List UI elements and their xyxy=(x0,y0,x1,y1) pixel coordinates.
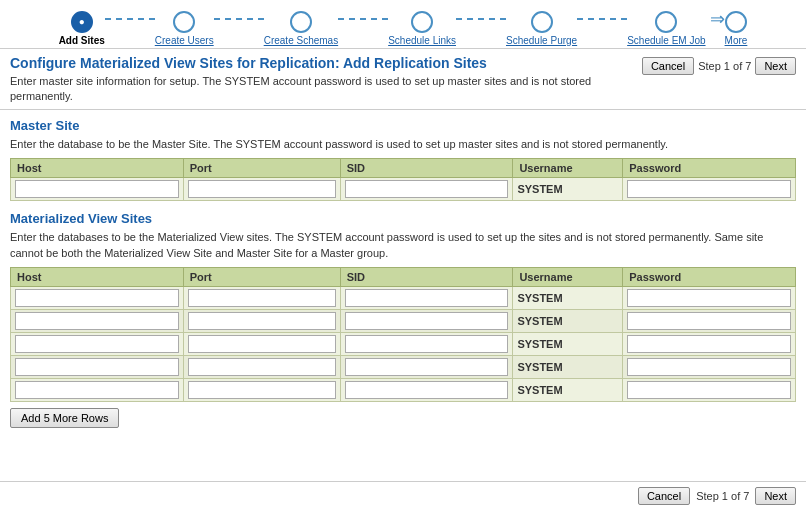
master-site-col-password: Password xyxy=(623,159,796,178)
wizard-step-schedule-purge[interactable]: Schedule Purge xyxy=(506,11,577,46)
wizard-connector-3 xyxy=(338,18,388,20)
mv-password-input-1[interactable] xyxy=(627,289,791,307)
master-site-desc: Enter the database to be the Master Site… xyxy=(10,137,796,152)
header-cancel-button[interactable]: Cancel xyxy=(642,57,694,75)
mv-sites-col-host: Host xyxy=(11,267,184,286)
step-label-schedule-links: Schedule Links xyxy=(388,35,456,46)
footer-cancel-button[interactable]: Cancel xyxy=(638,487,690,505)
header-next-button[interactable]: Next xyxy=(755,57,796,75)
master-site-title: Master Site xyxy=(10,118,796,133)
mv-host-input-3[interactable] xyxy=(15,335,179,353)
mv-site-row-2: SYSTEM xyxy=(11,309,796,332)
mv-port-input-3[interactable] xyxy=(188,335,336,353)
mv-site-row-4: SYSTEM xyxy=(11,355,796,378)
mv-sid-cell-3 xyxy=(340,332,513,355)
mv-port-cell-4 xyxy=(183,355,340,378)
mv-host-input-5[interactable] xyxy=(15,381,179,399)
step-circle-create-schemas xyxy=(290,11,312,33)
page-title-block: Configure Materialized View Sites for Re… xyxy=(10,55,642,105)
master-site-password-cell xyxy=(623,178,796,201)
mv-sites-table: Host Port SID Username Password SYSTEM xyxy=(10,267,796,402)
mv-host-cell-3 xyxy=(11,332,184,355)
wizard-step-schedule-links[interactable]: Schedule Links xyxy=(388,11,456,46)
master-site-sid-cell xyxy=(340,178,513,201)
master-site-section: Master Site Enter the database to be the… xyxy=(10,118,796,201)
mv-host-input-2[interactable] xyxy=(15,312,179,330)
mv-password-cell-2 xyxy=(623,309,796,332)
master-site-host-input[interactable] xyxy=(15,180,179,198)
master-site-row-1: SYSTEM xyxy=(11,178,796,201)
mv-username-cell-1: SYSTEM xyxy=(513,286,623,309)
mv-host-cell-4 xyxy=(11,355,184,378)
wizard-step-add-sites[interactable]: ● Add Sites xyxy=(59,11,105,46)
master-site-col-username: Username xyxy=(513,159,623,178)
mv-password-cell-5 xyxy=(623,378,796,401)
mv-sid-cell-5 xyxy=(340,378,513,401)
master-site-password-input[interactable] xyxy=(627,180,791,198)
step-label-schedule-purge: Schedule Purge xyxy=(506,35,577,46)
mv-sid-input-3[interactable] xyxy=(345,335,509,353)
mv-site-row-1: SYSTEM xyxy=(11,286,796,309)
mv-username-cell-5: SYSTEM xyxy=(513,378,623,401)
mv-sid-cell-2 xyxy=(340,309,513,332)
mv-password-input-3[interactable] xyxy=(627,335,791,353)
mv-host-input-4[interactable] xyxy=(15,358,179,376)
step-label-create-users: Create Users xyxy=(155,35,214,46)
master-site-table: Host Port SID Username Password xyxy=(10,158,796,201)
step-circle-add-sites: ● xyxy=(71,11,93,33)
page-header-actions: Cancel Step 1 of 7 Next xyxy=(642,55,796,75)
footer-step-info: Step 1 of 7 xyxy=(696,490,749,502)
mv-site-row-5: SYSTEM xyxy=(11,378,796,401)
mv-site-row-3: SYSTEM xyxy=(11,332,796,355)
wizard-nav: ● Add Sites Create Users Create Schemas … xyxy=(0,0,806,49)
mv-port-input-4[interactable] xyxy=(188,358,336,376)
step-circle-schedule-links xyxy=(411,11,433,33)
mv-sid-input-1[interactable] xyxy=(345,289,509,307)
step-circle-schedule-purge xyxy=(531,11,553,33)
mv-password-input-2[interactable] xyxy=(627,312,791,330)
wizard-connector-5 xyxy=(577,18,627,20)
mv-sid-input-4[interactable] xyxy=(345,358,509,376)
mv-host-cell-2 xyxy=(11,309,184,332)
master-site-sid-input[interactable] xyxy=(345,180,509,198)
mv-sites-section: Materialized View Sites Enter the databa… xyxy=(10,211,796,428)
page-header-row: Configure Materialized View Sites for Re… xyxy=(10,55,796,105)
master-site-username-cell: SYSTEM xyxy=(513,178,623,201)
mv-host-input-1[interactable] xyxy=(15,289,179,307)
step-label-schedule-em-job: Schedule EM Job xyxy=(627,35,705,46)
mv-password-cell-3 xyxy=(623,332,796,355)
mv-sid-cell-1 xyxy=(340,286,513,309)
mv-username-cell-4: SYSTEM xyxy=(513,355,623,378)
mv-sid-input-2[interactable] xyxy=(345,312,509,330)
mv-sites-desc: Enter the databases to be the Materializ… xyxy=(10,230,796,261)
wizard-step-create-schemas[interactable]: Create Schemas xyxy=(264,11,338,46)
mv-port-input-2[interactable] xyxy=(188,312,336,330)
wizard-step-create-users[interactable]: Create Users xyxy=(155,11,214,46)
mv-username-cell-2: SYSTEM xyxy=(513,309,623,332)
wizard-step-more[interactable]: More xyxy=(725,11,748,46)
footer-next-button[interactable]: Next xyxy=(755,487,796,505)
mv-password-input-4[interactable] xyxy=(627,358,791,376)
main-content: Master Site Enter the database to be the… xyxy=(0,110,806,495)
mv-port-input-5[interactable] xyxy=(188,381,336,399)
mv-username-cell-3: SYSTEM xyxy=(513,332,623,355)
wizard-arrow: ⇒ xyxy=(710,8,725,30)
mv-host-cell-5 xyxy=(11,378,184,401)
mv-sid-input-5[interactable] xyxy=(345,381,509,399)
wizard-connector-1 xyxy=(105,18,155,20)
mv-port-cell-5 xyxy=(183,378,340,401)
page-footer: Cancel Step 1 of 7 Next xyxy=(0,481,806,510)
mv-sid-cell-4 xyxy=(340,355,513,378)
mv-password-cell-4 xyxy=(623,355,796,378)
mv-sites-col-username: Username xyxy=(513,267,623,286)
mv-password-input-5[interactable] xyxy=(627,381,791,399)
mv-port-cell-3 xyxy=(183,332,340,355)
master-site-host-cell xyxy=(11,178,184,201)
wizard-step-schedule-em-job[interactable]: Schedule EM Job xyxy=(627,11,705,46)
mv-port-input-1[interactable] xyxy=(188,289,336,307)
master-site-header-row: Host Port SID Username Password xyxy=(11,159,796,178)
header-step-info: Step 1 of 7 xyxy=(698,60,751,72)
master-site-port-input[interactable] xyxy=(188,180,336,198)
wizard-steps: ● Add Sites Create Users Create Schemas … xyxy=(59,8,748,48)
add-more-rows-button[interactable]: Add 5 More Rows xyxy=(10,408,119,428)
